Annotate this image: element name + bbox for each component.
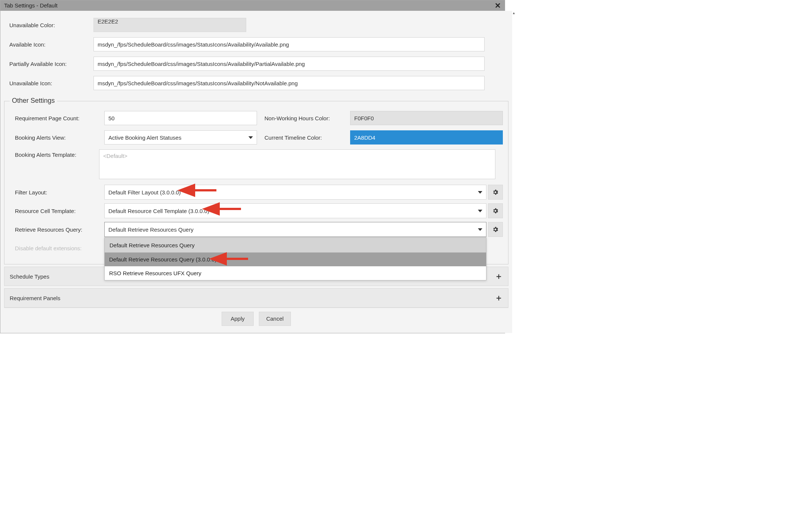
booking-alerts-template-input[interactable]: <Default> xyxy=(99,149,495,179)
gear-icon xyxy=(492,226,499,233)
nonworking-color-field[interactable]: F0F0F0 xyxy=(350,111,503,125)
available-icon-label: Available Icon: xyxy=(4,41,93,48)
unavailable-color-field[interactable]: E2E2E2 xyxy=(93,18,246,32)
unavailable-icon-label: Unavailable Icon: xyxy=(4,80,93,86)
other-settings-fieldset: Other Settings Requirement Page Count: N… xyxy=(4,101,508,264)
disable-extensions-label: Disable default extensions: xyxy=(15,245,104,251)
gear-icon xyxy=(492,207,499,214)
requirement-panels-accordion[interactable]: Requirement Panels ＋ xyxy=(4,288,508,308)
unavailable-color-label: Unavailable Color: xyxy=(4,22,93,28)
gear-icon xyxy=(492,189,499,196)
filter-layout-label: Filter Layout: xyxy=(15,189,104,196)
close-icon[interactable]: ✕ xyxy=(495,0,501,11)
chevron-down-icon xyxy=(478,210,482,212)
dropdown-option[interactable]: Default Retrieve Resources Query xyxy=(105,238,486,253)
apply-button[interactable]: Apply xyxy=(222,312,254,326)
partial-icon-label: Partially Available Icon: xyxy=(4,61,93,67)
dropdown-option[interactable]: RSO Retrieve Resources UFX Query xyxy=(105,266,486,280)
retrieve-query-label: Retrieve Resources Query: xyxy=(15,226,104,233)
chevron-down-icon xyxy=(478,228,482,231)
booking-alerts-view-label: Booking Alerts View: xyxy=(15,134,104,141)
resource-cell-select[interactable]: Default Resource Cell Template (3.0.0.0) xyxy=(104,203,486,218)
req-page-count-input[interactable] xyxy=(104,111,257,125)
chevron-down-icon xyxy=(478,191,482,194)
unavailable-icon-input[interactable] xyxy=(93,76,485,90)
booking-alerts-view-select[interactable]: Active Booking Alert Statuses xyxy=(104,130,257,145)
accordion-title: Requirement Panels xyxy=(10,295,60,301)
tab-settings-dialog: Tab Settings - Default ✕ Unavailable Col… xyxy=(0,0,505,333)
dialog-footer: Apply Cancel xyxy=(4,308,508,329)
filter-layout-gear-button[interactable] xyxy=(488,185,503,200)
retrieve-query-select[interactable]: Default Retrieve Resources Query Default… xyxy=(104,222,486,237)
available-icon-input[interactable] xyxy=(93,37,485,51)
chevron-down-icon xyxy=(248,136,253,139)
booking-alerts-template-label: Booking Alerts Template: xyxy=(10,149,99,158)
dialog-title: Tab Settings - Default xyxy=(4,0,57,11)
filter-layout-select[interactable]: Default Filter Layout (3.0.0.0) xyxy=(104,185,486,200)
plus-icon: ＋ xyxy=(495,271,503,282)
dropdown-option[interactable]: Default Retrieve Resources Query (3.0.0.… xyxy=(105,253,486,266)
partial-icon-input[interactable] xyxy=(93,57,485,71)
annotation-arrow xyxy=(220,254,250,265)
other-settings-legend: Other Settings xyxy=(10,97,57,105)
timeline-color-field[interactable]: 2A8DD4 xyxy=(350,130,503,145)
availability-section: Unavailable Color: E2E2E2 Available Icon… xyxy=(4,11,508,92)
req-page-count-label: Requirement Page Count: xyxy=(15,115,104,121)
nonworking-color-label: Non-Working Hours Color: xyxy=(264,115,350,121)
retrieve-query-dropdown: Default Retrieve Resources Query Default… xyxy=(104,237,486,280)
plus-icon: ＋ xyxy=(495,292,503,304)
dialog-titlebar: Tab Settings - Default ✕ xyxy=(0,0,505,11)
resource-cell-gear-button[interactable] xyxy=(488,203,503,218)
accordion-title: Schedule Types xyxy=(10,273,49,280)
cancel-button[interactable]: Cancel xyxy=(259,312,291,326)
retrieve-query-gear-button[interactable] xyxy=(488,222,503,237)
resource-cell-label: Resource Cell Template: xyxy=(15,208,104,214)
timeline-color-label: Current Timeline Color: xyxy=(264,134,350,141)
